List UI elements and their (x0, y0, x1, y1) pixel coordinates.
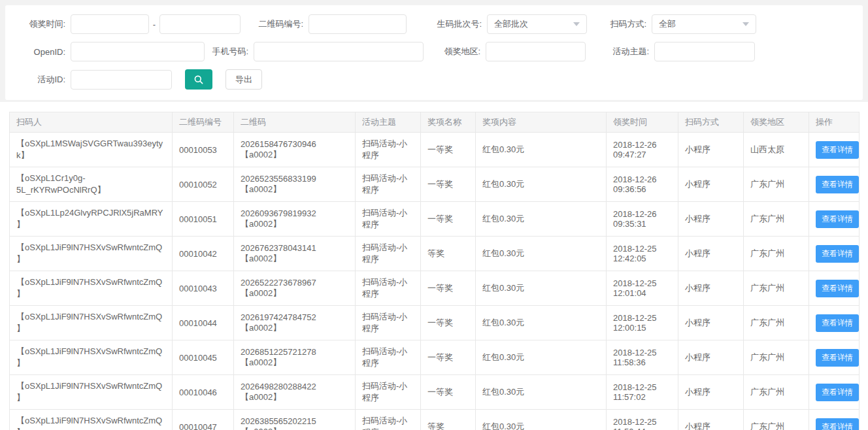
table-row: 【oSXpL1Cr1y0g-5L_rKYRwPOcNlRrQ】000100522… (10, 167, 860, 202)
qr-no-label: 二维码编号: (241, 18, 309, 30)
scan-method-select-value: 全部 (659, 18, 676, 30)
qr-no-input[interactable] (309, 14, 407, 34)
cell-prize_name: 一等奖 (421, 340, 476, 375)
cell-scanner: 【oSXpL1MSWajSVGGRTwau393eytyk】 (10, 133, 173, 167)
export-button[interactable]: 导出 (225, 69, 262, 90)
cell-activity: 扫码活动-小程序 (356, 375, 421, 410)
cell-scanner: 【oSXpL1JiF9lN7HSXvSwRfwntcZmQ】 (10, 237, 173, 271)
chevron-down-icon (573, 22, 580, 26)
cell-claim_time: 2018-12-25 11:50:44 (607, 410, 678, 430)
cell-region: 广东广州 (744, 202, 809, 237)
cell-action: 查看详情 (809, 375, 860, 410)
phone-label: 手机号码: (205, 46, 254, 58)
cell-qr_code: 2026498280288422 【a0002】 (234, 375, 356, 410)
view-detail-button[interactable]: 查看详情 (816, 349, 859, 367)
cell-prize_name: 一等奖 (421, 306, 476, 340)
cell-prize_content: 红包0.30元 (476, 271, 607, 306)
chevron-down-icon (743, 22, 749, 26)
cell-scan_method: 小程序 (678, 340, 744, 375)
view-detail-button[interactable]: 查看详情 (816, 176, 859, 193)
cell-prize_name: 等奖 (421, 410, 476, 430)
form-row-2: OpenID: 手机号码: 领奖地区: 活动主题: (5, 42, 863, 61)
search-button[interactable] (185, 69, 212, 90)
claim-time-start-input[interactable] (71, 14, 149, 34)
form-row-3: 活动ID: 导出 (5, 69, 863, 90)
cell-scanner: 【oSXpL1Lp24GlvyRPCJRlX5jRaMRY】 (10, 202, 173, 237)
cell-prize_name: 一等奖 (421, 375, 476, 410)
cell-claim_time: 2018-12-25 11:58:36 (607, 340, 678, 375)
cell-claim_time: 2018-12-26 09:47:27 (607, 133, 678, 167)
cell-qr_code: 2026851225721278 【a0002】 (234, 340, 356, 375)
column-header-3: 活动主题 (356, 112, 421, 133)
cell-prize_content: 红包0.30元 (476, 237, 607, 271)
openid-input[interactable] (71, 42, 205, 61)
search-icon (193, 74, 204, 85)
cell-scanner: 【oSXpL1JiF9lN7HSXvSwRfwntcZmQ】 (10, 375, 173, 410)
claim-time-end-input[interactable] (159, 14, 241, 34)
cell-activity: 扫码活动-小程序 (356, 271, 421, 306)
cell-qr_no: 00010044 (173, 306, 234, 340)
view-detail-button[interactable]: 查看详情 (816, 245, 859, 263)
cell-activity: 扫码活动-小程序 (356, 133, 421, 167)
cell-qr_no: 00010053 (173, 133, 234, 167)
cell-activity: 扫码活动-小程序 (356, 202, 421, 237)
table-body: 【oSXpL1MSWajSVGGRTwau393eytyk】0001005320… (10, 133, 860, 430)
view-detail-button[interactable]: 查看详情 (816, 384, 859, 401)
cell-activity: 扫码活动-小程序 (356, 306, 421, 340)
cell-qr_no: 00010047 (173, 410, 234, 430)
cell-scan_method: 小程序 (678, 306, 744, 340)
cell-scan_method: 小程序 (678, 237, 744, 271)
cell-region: 广东广州 (744, 306, 809, 340)
cell-qr_code: 2026522273678967 【a0002】 (234, 271, 356, 306)
cell-qr_code: 2026197424784752 【a0002】 (234, 306, 356, 340)
claim-region-input[interactable] (486, 42, 586, 61)
column-header-6: 领奖时间 (607, 112, 678, 133)
activity-id-input[interactable] (71, 70, 172, 90)
cell-prize_name: 等奖 (421, 237, 476, 271)
column-header-8: 领奖地区 (744, 112, 809, 133)
view-detail-button[interactable]: 查看详情 (816, 210, 859, 228)
cell-prize_content: 红包0.30元 (476, 375, 607, 410)
scan-method-label: 扫码方式: (587, 18, 652, 30)
cell-claim_time: 2018-12-25 12:01:04 (607, 271, 678, 306)
claim-region-label: 领奖地区: (424, 46, 486, 58)
cell-claim_time: 2018-12-26 09:35:31 (607, 202, 678, 237)
cell-scanner: 【oSXpL1JiF9lN7HSXvSwRfwntcZmQ】 (10, 340, 173, 375)
cell-region: 广东广州 (744, 410, 809, 430)
view-detail-button[interactable]: 查看详情 (816, 280, 859, 297)
cell-prize_name: 一等奖 (421, 271, 476, 306)
cell-claim_time: 2018-12-26 09:36:56 (607, 167, 678, 202)
claim-time-label: 领奖时间: (5, 18, 71, 30)
scan-method-select[interactable]: 全部 (652, 14, 756, 34)
activity-theme-input[interactable] (654, 42, 755, 61)
time-range-separator: - (149, 20, 159, 29)
table-row: 【oSXpL1JiF9lN7HSXvSwRfwntcZmQ】0001004420… (10, 306, 860, 340)
cell-qr_no: 00010051 (173, 202, 234, 237)
records-table: 扫码人二维码编号二维码活动主题奖项名称奖项内容领奖时间扫码方式领奖地区操作 【o… (9, 112, 860, 430)
cell-claim_time: 2018-12-25 11:57:02 (607, 375, 678, 410)
cell-qr_no: 00010046 (173, 375, 234, 410)
cell-scanner: 【oSXpL1Cr1y0g-5L_rKYRwPOcNlRrQ】 (10, 167, 173, 202)
phone-input[interactable] (254, 42, 424, 61)
cell-prize_content: 红包0.30元 (476, 340, 607, 375)
cell-scan_method: 小程序 (678, 375, 744, 410)
cell-claim_time: 2018-12-25 12:00:15 (607, 306, 678, 340)
cell-qr_no: 00010045 (173, 340, 234, 375)
view-detail-button[interactable]: 查看详情 (816, 314, 859, 332)
batch-select[interactable]: 全部批次 (487, 14, 587, 34)
cell-scan_method: 小程序 (678, 271, 744, 306)
cell-prize_content: 红包0.30元 (476, 167, 607, 202)
view-detail-button[interactable]: 查看详情 (816, 141, 859, 159)
results-table-section: 扫码人二维码编号二维码活动主题奖项名称奖项内容领奖时间扫码方式领奖地区操作 【o… (0, 102, 868, 430)
cell-action: 查看详情 (809, 306, 860, 340)
cell-action: 查看详情 (809, 410, 860, 430)
view-detail-button[interactable]: 查看详情 (816, 418, 859, 430)
openid-label: OpenID: (5, 47, 71, 57)
form-row-1: 领奖时间: - 二维码编号: 生码批次号: 全部批次 扫码方式: 全部 (5, 14, 863, 34)
cell-qr_code: 2026762378043141 【a0002】 (234, 237, 356, 271)
column-header-2: 二维码 (234, 112, 356, 133)
cell-action: 查看详情 (809, 340, 860, 375)
cell-region: 广东广州 (744, 340, 809, 375)
table-row: 【oSXpL1JiF9lN7HSXvSwRfwntcZmQ】0001004220… (10, 237, 860, 271)
cell-scan_method: 小程序 (678, 202, 744, 237)
